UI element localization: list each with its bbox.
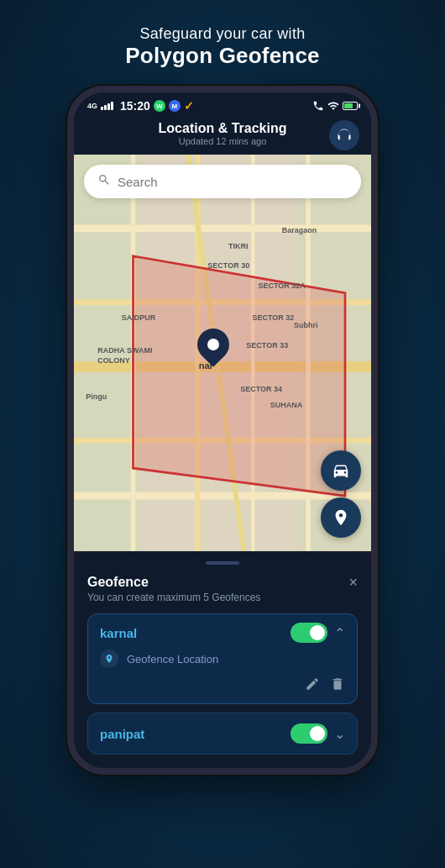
search-bar[interactable] bbox=[84, 165, 361, 198]
signal-bar-2 bbox=[104, 105, 107, 110]
geofence-location-row: Geofence Location bbox=[100, 650, 345, 668]
person-location-button[interactable] bbox=[321, 497, 361, 538]
top-bar: Location & Tracking Updated 12 mins ago bbox=[74, 116, 371, 155]
geofence-controls-karnal: ⌃ bbox=[291, 623, 345, 643]
toggle-knob-karnal bbox=[310, 625, 325, 640]
geofence-item-panipat: panipat ⌄ bbox=[87, 713, 358, 755]
pin-icon bbox=[104, 654, 114, 664]
signal-bar-4 bbox=[111, 102, 113, 110]
status-bar: 4G 15:20 W M ✓ bbox=[74, 92, 371, 116]
geofence-name-karnal: karnal bbox=[100, 626, 137, 640]
toggle-knob-panipat bbox=[310, 726, 325, 741]
car-location-button[interactable] bbox=[321, 450, 361, 491]
geofence-panel: Geofence × You can create maximum 5 Geof… bbox=[74, 551, 371, 768]
panel-title: Geofence bbox=[87, 575, 149, 590]
wifi-icon bbox=[327, 100, 339, 112]
header-subtitle: Safeguard your car with bbox=[125, 25, 319, 43]
search-icon bbox=[97, 173, 111, 190]
call-icon bbox=[312, 100, 324, 112]
status-time: 15:20 bbox=[120, 99, 150, 113]
chevron-down-button-panipat[interactable]: ⌄ bbox=[334, 726, 345, 742]
signal-bar-3 bbox=[107, 103, 110, 110]
geofence-name-panipat: panipat bbox=[100, 727, 144, 741]
signal-bar-1 bbox=[101, 107, 103, 110]
toggle-karnal[interactable] bbox=[291, 623, 327, 643]
map-fabs bbox=[321, 450, 361, 538]
geofence-item-header-panipat: panipat ⌄ bbox=[100, 723, 345, 744]
edit-icon bbox=[305, 676, 320, 692]
page-subtitle: Updated 12 mins ago bbox=[159, 136, 287, 146]
map-area[interactable]: Baragaon TIKRI SECTOR 30 SECTOR 32A SECT… bbox=[74, 155, 371, 551]
panel-header: Geofence × bbox=[87, 575, 358, 590]
top-bar-title: Location & Tracking Updated 12 mins ago bbox=[159, 121, 287, 146]
signal-bars bbox=[101, 102, 113, 110]
geofence-location-text: Geofence Location bbox=[127, 653, 218, 665]
location-pin bbox=[197, 329, 229, 360]
panel-close-button[interactable]: × bbox=[348, 575, 358, 590]
geofence-item-karnal: karnal ⌃ Geofence Location bbox=[87, 613, 358, 704]
location-dot-icon bbox=[100, 650, 118, 668]
panel-subtitle: You can create maximum 5 Geofences bbox=[87, 592, 358, 603]
car-icon bbox=[332, 461, 350, 480]
trash-icon bbox=[330, 676, 345, 692]
geofence-actions bbox=[100, 676, 345, 695]
edit-button[interactable] bbox=[305, 676, 320, 695]
whatsapp-icon: W bbox=[154, 100, 165, 112]
header-section: Safeguard your car with Polygon Geofence bbox=[108, 0, 336, 86]
headphone-icon bbox=[337, 128, 352, 143]
maps-icon: M bbox=[169, 100, 181, 112]
search-input[interactable] bbox=[118, 175, 348, 189]
battery-icon bbox=[343, 102, 358, 110]
check-icon: ✓ bbox=[184, 99, 194, 113]
network-indicator: 4G bbox=[87, 102, 97, 110]
page-title: Location & Tracking bbox=[159, 121, 287, 136]
delete-button[interactable] bbox=[330, 676, 345, 695]
panel-handle bbox=[206, 561, 239, 565]
status-right bbox=[312, 100, 358, 112]
battery-fill bbox=[344, 103, 353, 108]
phone-frame: 4G 15:20 W M ✓ Locati bbox=[67, 86, 378, 775]
person-pin-icon bbox=[332, 508, 350, 527]
toggle-panipat[interactable] bbox=[291, 723, 327, 744]
chevron-up-button-karnal[interactable]: ⌃ bbox=[334, 625, 345, 641]
header-title: Polygon Geofence bbox=[125, 43, 319, 69]
svg-marker-13 bbox=[134, 256, 345, 496]
status-left: 4G 15:20 W M ✓ bbox=[87, 99, 194, 113]
geofence-item-header-karnal: karnal ⌃ bbox=[100, 623, 345, 643]
geofence-controls-panipat: ⌄ bbox=[291, 723, 345, 744]
support-button[interactable] bbox=[329, 120, 359, 150]
